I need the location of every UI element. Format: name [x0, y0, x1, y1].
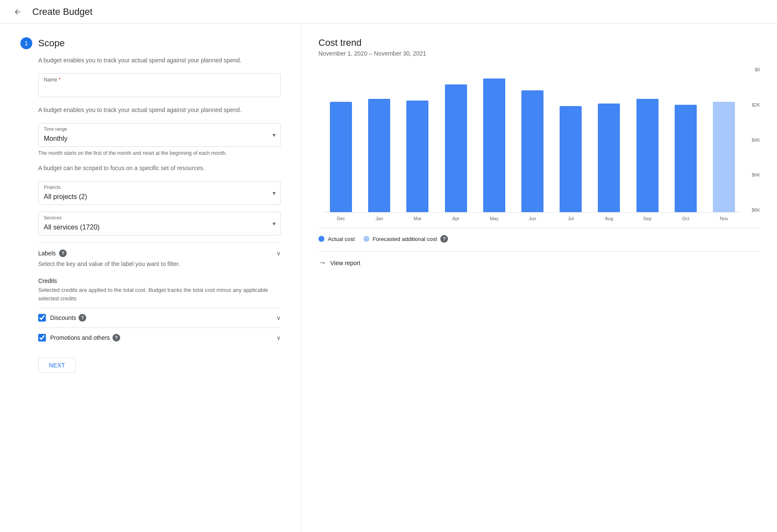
- section-header: 1 Scope: [20, 37, 281, 49]
- discounts-checkbox[interactable]: [38, 314, 46, 322]
- bar-dec: [330, 102, 352, 212]
- header: Create Budget: [0, 0, 777, 24]
- page-title: Create Budget: [32, 6, 93, 17]
- services-label: Services: [44, 215, 62, 220]
- bar-group-nov: [707, 67, 741, 212]
- x-label-apr: Apr: [439, 213, 473, 228]
- section-title: Scope: [38, 38, 65, 49]
- x-label-mar: Mar: [400, 213, 435, 228]
- name-field-wrapper: Name *: [38, 73, 281, 97]
- projects-group: Projects All projects (2) ▾: [38, 181, 281, 205]
- x-label-oct: Oct: [668, 213, 703, 228]
- bar-oct: [675, 105, 697, 212]
- x-label-aug: Aug: [591, 213, 626, 228]
- bar-group-jan: [362, 67, 397, 212]
- x-label-sep: Sep: [630, 213, 665, 228]
- projects-wrapper: Projects All projects (2) ▾: [38, 181, 281, 205]
- required-star: *: [59, 77, 61, 83]
- view-report-link[interactable]: → View report: [318, 258, 760, 267]
- labels-header[interactable]: Labels ? ∨: [38, 249, 281, 257]
- x-label-jun: Jun: [515, 213, 550, 228]
- y-axis-labels: $8K $6K $4K $2K $0: [745, 67, 760, 213]
- labels-content: Select the key and value of the label yo…: [38, 260, 281, 267]
- bar-group-dec: [324, 67, 358, 212]
- bar-sep: [636, 99, 659, 212]
- x-axis-labels: DecJanMarAprMayJunJulAugSepOctNov: [324, 213, 741, 228]
- step-circle: 1: [20, 37, 32, 49]
- time-range-label: Time range: [44, 126, 67, 132]
- time-range-hint: The month starts on the first of the mon…: [38, 149, 281, 157]
- projects-label: Projects: [44, 185, 61, 190]
- y-label-6k: $6K: [745, 172, 760, 177]
- labels-section: Labels ? ∨ Select the key and value of t…: [38, 242, 281, 274]
- legend-forecast-dot: [363, 236, 369, 242]
- scope-description-2: A budget enables you to track your actua…: [38, 106, 281, 115]
- name-field-label: Name *: [44, 77, 61, 83]
- bar-group-apr: [439, 67, 473, 212]
- next-button[interactable]: NEXT: [38, 358, 76, 373]
- bar-jul: [560, 106, 582, 212]
- time-range-wrapper: Time range Monthly Quarterly Yearly Cust…: [38, 123, 281, 147]
- legend-actual-dot: [318, 236, 324, 242]
- main-layout: 1 Scope A budget enables you to track yo…: [0, 24, 777, 532]
- y-label-0: $0: [745, 67, 760, 72]
- credits-title: Credits: [38, 277, 281, 284]
- promotions-help-icon[interactable]: ?: [113, 334, 120, 342]
- bar-group-oct: [668, 67, 703, 212]
- cost-trend-title: Cost trend: [318, 37, 760, 48]
- discounts-left: Discounts ?: [38, 314, 86, 322]
- services-group: Services All services (1720) ▾: [38, 212, 281, 235]
- bar-group-may: [477, 67, 512, 212]
- bar-group-jul: [553, 67, 588, 212]
- bar-aug: [598, 104, 620, 213]
- scope-description-1: A budget enables you to track your actua…: [38, 56, 281, 65]
- bar-may: [483, 78, 505, 212]
- discounts-chevron-icon: ∨: [276, 314, 281, 321]
- legend-forecast-label: Forecasted additional cost: [373, 236, 437, 242]
- bar-group-sep: [630, 67, 665, 212]
- chart-bars: [324, 67, 741, 213]
- y-label-2k: $2K: [745, 102, 760, 107]
- forecast-help-icon[interactable]: ?: [440, 235, 448, 243]
- services-select[interactable]: All services (1720): [38, 212, 281, 235]
- x-label-dec: Dec: [324, 213, 358, 228]
- chart-divider: [318, 251, 760, 252]
- projects-select[interactable]: All projects (2): [38, 181, 281, 205]
- y-label-4k: $4K: [745, 137, 760, 143]
- labels-title: Labels ?: [38, 249, 67, 257]
- promotions-checkbox[interactable]: [38, 334, 46, 342]
- labels-help-icon[interactable]: ?: [59, 249, 67, 257]
- discounts-row: Discounts ? ∨: [38, 308, 281, 328]
- bar-group-jun: [515, 67, 550, 212]
- labels-chevron-icon: ∨: [276, 250, 281, 257]
- discounts-label: Discounts ?: [50, 314, 86, 322]
- discounts-help-icon[interactable]: ?: [79, 314, 86, 322]
- name-input[interactable]: [38, 73, 281, 97]
- bar-mar: [406, 101, 428, 212]
- cost-trend-date: November 1, 2020 – November 30, 2021: [318, 50, 760, 57]
- promotions-label: Promotions and others ?: [50, 334, 120, 342]
- services-wrapper: Services All services (1720) ▾: [38, 212, 281, 235]
- bar-nov: [713, 102, 735, 212]
- scope-description-3: A budget can be scoped to focus on a spe…: [38, 164, 281, 173]
- bar-jun: [521, 90, 543, 212]
- chart-area: $8K $6K $4K $2K $0 DecJanMarAprMayJunJul…: [318, 67, 760, 228]
- legend-actual: Actual cost: [318, 236, 355, 242]
- view-report-label: View report: [330, 260, 360, 266]
- time-range-group: Time range Monthly Quarterly Yearly Cust…: [38, 123, 281, 157]
- y-label-8k: $8K: [745, 207, 760, 213]
- chart-legend: Actual cost Forecasted additional cost ?: [318, 235, 760, 243]
- credits-desc: Selected credits are applied to the tota…: [38, 286, 281, 302]
- back-button[interactable]: [10, 4, 25, 20]
- bar-group-mar: [400, 67, 435, 212]
- time-range-select[interactable]: Monthly Quarterly Yearly Custom range: [38, 123, 281, 147]
- promotions-left: Promotions and others ?: [38, 334, 120, 342]
- x-label-may: May: [477, 213, 512, 228]
- x-label-nov: Nov: [707, 213, 741, 228]
- bar-group-aug: [591, 67, 626, 212]
- promotions-chevron-icon: ∨: [276, 334, 281, 341]
- promotions-row: Promotions and others ? ∨: [38, 328, 281, 347]
- legend-forecast: Forecasted additional cost ?: [363, 235, 448, 243]
- credits-section: Credits Selected credits are applied to …: [38, 277, 281, 302]
- view-report-arrow-icon: →: [318, 258, 326, 267]
